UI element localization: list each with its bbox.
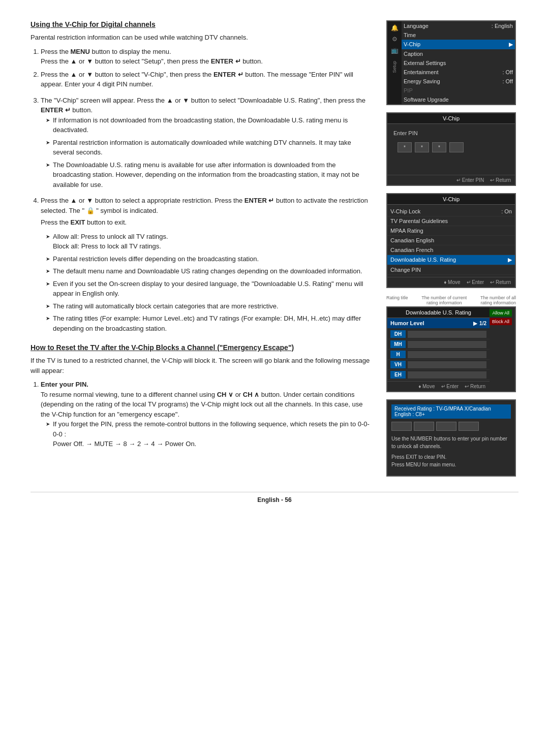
dl-code-mh: MH xyxy=(390,340,406,348)
menu-external: External Settings xyxy=(402,58,515,68)
section2-step-list: Enter your PIN. To resume normal viewing… xyxy=(30,380,371,449)
footer-enter: ↵ Enter PIN xyxy=(456,177,484,183)
vchip-canadian-en: Canadian English xyxy=(387,236,515,245)
vchip-dl-us: Downloadable U.S. Rating▶ xyxy=(387,255,515,265)
dl-row-eh: EH xyxy=(387,370,490,380)
enter-pin-label: Enter PIN xyxy=(391,127,511,138)
pin-dot-2: * xyxy=(415,142,429,152)
dl-label-all: The number of allrating information xyxy=(480,295,516,305)
dl-code-h: H xyxy=(390,351,406,358)
step-1: Press the MENU button to display the men… xyxy=(41,47,371,67)
block-all-button[interactable]: Block All xyxy=(490,318,512,325)
setup-label: Setup xyxy=(391,58,398,76)
bullet-4-5: The rating will automatically block cert… xyxy=(46,301,371,311)
vchip-menu-panel: V-Chip V-Chip Lock: On TV Parental Guide… xyxy=(386,193,516,288)
humor-arrow: ▶ xyxy=(473,321,477,326)
dl-humor-label: Humor Level xyxy=(390,320,424,326)
menu-energy: Energy Saving: Off xyxy=(402,77,515,86)
bullet-4-1: Allow all: Press to unlock all TV rating… xyxy=(46,232,371,251)
dl-bar-eh xyxy=(408,371,486,379)
pin-dot-3: * xyxy=(432,142,446,152)
dl-humor-row: Humor Level ▶ 1/2 xyxy=(387,318,490,328)
section2-bullet-1: If you forget the PIN, press the remote-… xyxy=(46,419,371,449)
dl-label-current: The number of currentrating information xyxy=(421,295,467,305)
dl-panel: Downloadable U.S. Rating Humor Level ▶ 1… xyxy=(386,306,516,392)
dl-row-dh: DH xyxy=(387,329,490,339)
vchip-mpaa: MPAA Rating xyxy=(387,226,515,236)
bullet-4-4: Even if you set the On-screen display to… xyxy=(46,279,371,299)
vchip-canadian-fr: Canadian French xyxy=(387,245,515,255)
dl-code-dh: DH xyxy=(390,330,406,338)
menu-language: Language: English xyxy=(402,21,515,30)
emergency-panel: Received Rating : TV-G/MPAA X/Canadian E… xyxy=(386,399,516,477)
step3-bullets: If information is not downloaded from th… xyxy=(41,115,371,190)
emergency-exit-note: Press EXIT to clear PIN.Press MENU for m… xyxy=(391,453,511,468)
setup-menu-content: Language: English Time V-Chip▶ Caption E… xyxy=(402,21,515,104)
dl-bar-vh xyxy=(408,361,486,368)
main-content: Using the V-Chip for Digital channels Pa… xyxy=(30,20,376,477)
allow-all-button[interactable]: Allow All xyxy=(490,309,512,317)
menu-caption: Caption xyxy=(402,49,515,58)
dl-side-buttons: Allow All Block All xyxy=(490,307,515,391)
dl-footer-move: ♦ Move xyxy=(418,384,435,389)
emergency-pin-box-1 xyxy=(391,422,412,431)
dl-code-vh: VH xyxy=(390,361,406,368)
right-panels: 🔔 ⚙ 📺 Setup Language: English Time V-Chi… xyxy=(386,20,518,477)
step3-main: The "V-Chip" screen will appear. Press t… xyxy=(41,97,365,114)
bullet-4-6: The rating titles (For example: Humor Le… xyxy=(46,313,371,333)
footer-return: ↩ Return xyxy=(490,279,511,285)
dl-ratings-area: DH MH H VH xyxy=(387,328,490,381)
setup-icon-2: ⚙ xyxy=(392,36,398,43)
vchip-pin-title: V-Chip xyxy=(387,113,515,124)
emergency-instruction: Use the NUMBER buttons to enter your pin… xyxy=(391,435,511,450)
dl-bar-h xyxy=(408,351,486,358)
pin-dot-4 xyxy=(449,142,464,152)
dl-bar-dh xyxy=(408,331,486,338)
setup-panel-inner: 🔔 ⚙ 📺 Setup Language: English Time V-Chi… xyxy=(387,21,515,104)
step2-main: Press the ▲ or ▼ button to select "V-Chi… xyxy=(41,71,353,88)
page-footer: English - 56 xyxy=(30,492,518,503)
vchip-menu-title: V-Chip xyxy=(387,194,515,205)
section2-title: How to Reset the TV after the V-Chip Blo… xyxy=(30,343,371,352)
dl-footer: ♦ Move ↵ Enter ↩ Return xyxy=(387,381,490,391)
setup-icon-3: 📺 xyxy=(391,47,399,54)
menu-software: Software Upgrade xyxy=(402,95,515,104)
footer-enter: ↵ Enter xyxy=(467,279,484,285)
bullet-4-2: Parental restriction levels differ depen… xyxy=(46,254,371,264)
emergency-pin-boxes xyxy=(391,422,511,431)
step-4: Press the ▲ or ▼ button to select a appr… xyxy=(41,196,371,333)
pin-dot-1: * xyxy=(398,142,412,152)
humor-page: 1/2 xyxy=(479,321,486,326)
vchip-menu-footer: ♦ Move ↵ Enter ↩ Return xyxy=(387,277,515,287)
pin-dots-row: * * * xyxy=(391,138,511,156)
bullet-3-2: Parental restriction information is auto… xyxy=(46,138,371,158)
menu-vchip: V-Chip▶ xyxy=(402,40,515,49)
step4-main: Press the ▲ or ▼ button to select a appr… xyxy=(41,197,368,214)
dl-panel-title: Downloadable U.S. Rating xyxy=(387,307,490,318)
dl-humor-right: ▶ 1/2 xyxy=(473,321,486,326)
section1-title: Using the V-Chip for Digital channels xyxy=(30,20,371,28)
bullet-3-1: If information is not downloaded from th… xyxy=(46,115,371,135)
section2-intro: If the TV is tuned to a restricted chann… xyxy=(30,356,371,375)
menu-time: Time xyxy=(402,30,515,40)
emergency-pin-box-3 xyxy=(436,422,456,431)
step-2: Press the ▲ or ▼ button to select "V-Chi… xyxy=(41,70,371,89)
vchip-lock: V-Chip Lock: On xyxy=(387,207,515,216)
dl-rating-section: Rating title The number of currentrating… xyxy=(386,295,518,392)
received-rating-bar: Received Rating : TV-G/MPAA X/Canadian E… xyxy=(391,404,511,419)
menu-entertainment: Entertainment: Off xyxy=(402,68,515,77)
emergency-pin-box-2 xyxy=(414,422,434,431)
step-list-2: The "V-Chip" screen will appear. Press t… xyxy=(30,96,371,334)
vchip-pin-footer: ↵ Enter PIN ↩ Return xyxy=(387,175,515,185)
setup-icon-1: 🔔 xyxy=(391,24,399,32)
menu-pip: PIP xyxy=(402,86,515,95)
step4-bullets: Allow all: Press to unlock all TV rating… xyxy=(41,232,371,334)
section2-step-1: Enter your PIN. To resume normal viewing… xyxy=(41,380,371,449)
dl-main-content: Downloadable U.S. Rating Humor Level ▶ 1… xyxy=(387,307,490,391)
dl-footer-enter: ↵ Enter xyxy=(441,384,459,389)
dl-row-h: H xyxy=(387,350,490,360)
dl-info-labels: Rating title The number of currentrating… xyxy=(386,295,516,305)
footer-return: ↩ Return xyxy=(490,177,511,183)
step-3: The "V-Chip" screen will appear. Press t… xyxy=(41,96,371,190)
vchip-change-pin: Change PIN xyxy=(387,265,515,275)
